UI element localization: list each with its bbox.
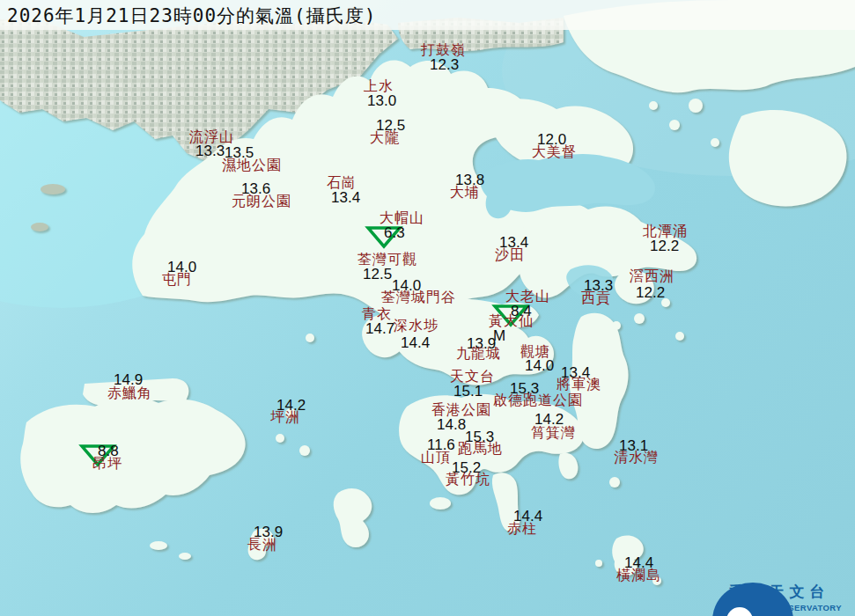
station-name: 觀塘 bbox=[520, 343, 550, 362]
station-name: 坪洲 bbox=[270, 408, 300, 427]
station-value: 14.4 bbox=[401, 334, 430, 352]
station-name: 香港公園 bbox=[431, 401, 491, 420]
station-name: 荃灣城門谷 bbox=[381, 289, 456, 307]
station-name: 打鼓嶺 bbox=[421, 41, 466, 60]
station-name: 濕地公園 bbox=[222, 157, 282, 175]
station-name: 黃大仙 bbox=[489, 312, 534, 331]
station-name: 九龍城 bbox=[456, 345, 501, 363]
station-name: 啟德跑道公園 bbox=[493, 392, 583, 410]
station-name: 昂坪 bbox=[92, 455, 122, 473]
station-name: 黃竹坑 bbox=[446, 471, 490, 489]
station-name: 元朗公園 bbox=[232, 193, 291, 211]
station-name: 上水 bbox=[364, 77, 394, 96]
station-name: 滘西洲 bbox=[630, 268, 674, 286]
station-name: 北潭涌 bbox=[643, 223, 688, 241]
station-name: 青衣 bbox=[362, 305, 392, 324]
station-name: 長洲 bbox=[247, 536, 277, 554]
hko-logo: 香港天文台 HONG KONG OBSERVATORY bbox=[709, 581, 850, 612]
hko-swirl-icon bbox=[709, 581, 797, 616]
station-name: 大隴 bbox=[370, 129, 400, 148]
station-name: 沙田 bbox=[495, 246, 525, 265]
station-name: 大帽山 bbox=[380, 209, 424, 228]
station-name: 屯門 bbox=[162, 271, 192, 290]
station-name: 深水埗 bbox=[394, 317, 439, 335]
station-name: 赤鱲角 bbox=[107, 385, 152, 403]
station-name: 大老山 bbox=[505, 288, 550, 306]
map-title: 2026年1月21日23時00分的氣溫(攝氏度) bbox=[7, 4, 376, 28]
station-name: 赤柱 bbox=[507, 520, 537, 539]
map-title-bar: 2026年1月21日23時00分的氣溫(攝氏度) bbox=[0, 0, 855, 30]
station-name: 天文台 bbox=[450, 368, 495, 386]
station-value: 12.2 bbox=[636, 284, 665, 302]
station-name: 大美督 bbox=[532, 143, 577, 162]
station-name: 大埔 bbox=[450, 184, 480, 202]
station-name: 石崗 bbox=[327, 174, 357, 193]
stations-layer: 12.3打鼓嶺13.0上水12.5大隴13.3流浮山13.5濕地公園12.0大美… bbox=[0, 0, 855, 616]
station-name: 荃灣可觀 bbox=[357, 251, 417, 269]
station-name: 跑馬地 bbox=[458, 440, 503, 458]
station-name: 山頂 bbox=[421, 449, 451, 467]
station-name: 清水灣 bbox=[614, 449, 659, 467]
station-name: 西貢 bbox=[581, 290, 611, 308]
station-name: 橫瀾島 bbox=[616, 567, 661, 585]
station-name: 筲箕灣 bbox=[531, 424, 576, 443]
hk-temperature-map: 2026年1月21日23時00分的氣溫(攝氏度) 12.3打鼓嶺13.0上水12… bbox=[0, 0, 855, 616]
